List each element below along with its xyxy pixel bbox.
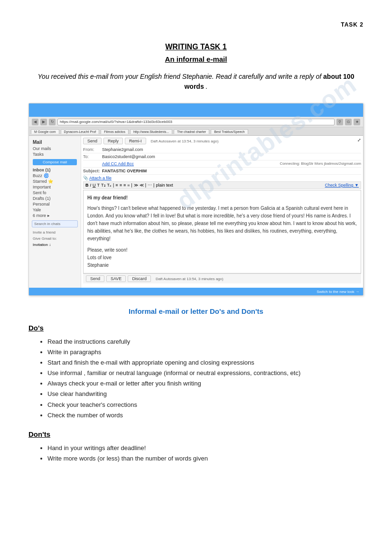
attach-link[interactable]: Attach a file <box>89 176 112 180</box>
format-underline[interactable]: U <box>93 183 96 188</box>
format-italic[interactable]: I <box>90 183 92 188</box>
google-btn: G <box>345 119 352 125</box>
list-item: Write in paragraphs <box>47 347 364 357</box>
dos-donts-section: Informal e-mail or letter Do's and Don't… <box>28 307 364 464</box>
sidebar-starred[interactable]: Starred ⭐ <box>29 179 81 184</box>
sidebar-search[interactable]: Search in chats <box>32 220 78 227</box>
to-value[interactable]: Basico2student@gmail.com <box>102 154 361 159</box>
status-text[interactable]: Switch to the new look → <box>317 290 359 294</box>
check-spelling-link[interactable]: Check Spelling ▼ <box>325 183 359 188</box>
indent-more[interactable]: ≫ <box>134 183 138 188</box>
compose-button[interactable]: Compose mail <box>33 159 77 165</box>
more-options[interactable]: ⋯ <box>148 183 152 188</box>
add-cc-link[interactable]: Add CC Add Bcc <box>102 161 280 166</box>
list-item: Hand in your writings after deadline! <box>47 443 364 453</box>
sidebar-sent[interactable]: Sent fo <box>29 190 81 196</box>
refresh-btn: ↻ <box>49 119 56 125</box>
browser-tabs: M Google com Dynacom-Leucht Prof Filmos … <box>29 127 363 136</box>
tab-5[interactable]: The chadrat charter <box>174 129 209 134</box>
format-bold[interactable]: B <box>85 183 89 188</box>
donts-section: Don'ts Hand in your writings after deadl… <box>28 430 364 464</box>
console-text: Connecting: BlogStr Mors jbalimos/2sigma… <box>280 161 361 166</box>
tab-4[interactable]: http://www.Studedenis... <box>130 129 172 134</box>
page: dlprintables.com TASK 2 WRITING TASK 1 A… <box>0 0 392 555</box>
format-t1[interactable]: T <box>97 183 100 188</box>
format-t2[interactable]: T₂ <box>101 183 106 188</box>
instruction-text: You received this e-mail from your Engli… <box>38 73 322 80</box>
cc-row: Add CC Add Bcc Connecting: BlogStr Mors … <box>83 160 361 168</box>
sidebar-inbox[interactable]: Inbox (1) <box>29 167 81 173</box>
divider-4: | <box>153 183 154 188</box>
sidebar-give: Give Gmail to: <box>29 235 81 242</box>
plain-text-toggle[interactable]: plain text <box>156 183 173 188</box>
back-btn: ◀ <box>32 119 38 125</box>
to-label: To: <box>83 154 102 159</box>
gmail-action-bar: Send Reply Remi-I Daft Autosaven at 13:5… <box>83 138 361 144</box>
sidebar-our-mails[interactable]: Our mails <box>29 146 81 151</box>
sidebar-tasks[interactable]: Tasks <box>29 151 81 157</box>
sidebar-invite: Invite a friend <box>29 229 81 235</box>
email-signature: Stephanie <box>87 262 357 269</box>
sidebar-more[interactable]: 6 more ▸ <box>29 213 81 218</box>
footer-autosave: Daft Autosaven at 13:54, 3 minutes ago) <box>156 277 224 281</box>
dos-donts-title: Informal e-mail or letter Do's and Don't… <box>28 307 364 315</box>
attach-row: 📎 Attach a file <box>83 175 361 181</box>
sidebar-important[interactable]: Important <box>29 184 81 190</box>
sidebar-invite-btn[interactable]: Invitation ↓ <box>29 242 81 248</box>
email-content[interactable]: Hi my dear friend! How's things? I can't… <box>83 190 361 273</box>
from-row: From: Stephanie2gmail.com <box>83 146 361 153</box>
align-center[interactable]: ≡ <box>120 183 122 188</box>
align-left[interactable]: ≡ <box>115 183 118 188</box>
donts-header: Don'ts <box>28 430 364 438</box>
align-right[interactable]: ≡ <box>123 183 126 188</box>
list-item: Use clear handwriting <box>47 389 364 399</box>
remi-button[interactable]: Remi-I <box>125 138 146 144</box>
email-closing1: Please, write soon! <box>87 246 357 254</box>
from-value: Stephanie2gmail.com <box>102 147 361 152</box>
writing-title: WRITING TASK 1 <box>28 43 364 51</box>
format-t3[interactable]: Tₐ <box>107 183 112 188</box>
list-item: Always check your e-mail or letter after… <box>47 378 364 389</box>
email-closing2: Lots of love <box>87 254 357 262</box>
send-button-top[interactable]: Send <box>83 138 102 144</box>
sidebar-title: Mail <box>29 139 81 146</box>
list-item: Read the instructions carefully <box>47 337 364 347</box>
instruction-end: . <box>206 83 208 90</box>
indent-less[interactable]: ≪ <box>140 183 144 188</box>
browser-bar: ◀ ▶ ↻ https://mail.google.com/mail/u/0/?… <box>29 117 363 127</box>
sidebar-yale[interactable]: Yale <box>29 207 81 213</box>
subject-label: Subject: <box>83 169 102 173</box>
gmail-main: Send Reply Remi-I Daft Autosaven at 13:5… <box>81 136 363 288</box>
reply-button[interactable]: Reply <box>103 138 123 144</box>
gmail-body: Mail Our mails Tasks Compose mail Inbox … <box>29 136 363 288</box>
url-bar[interactable]: https://mail.google.com/mail/u/0/?shva=1… <box>57 119 335 125</box>
divider-1: | <box>113 183 114 188</box>
task-label: TASK 2 <box>341 21 364 28</box>
send-button-bottom[interactable]: Send <box>86 275 104 282</box>
list-item: Check your teacher's corrections <box>47 400 364 410</box>
autosave-status: Daft Autosaven at 13:54, 3 minutes ago) <box>151 139 219 143</box>
align-justify[interactable]: = <box>127 183 130 188</box>
subject-value[interactable]: FANTASTIC OVERHIM <box>102 169 361 173</box>
tab-2[interactable]: Dynacom-Leucht Prof <box>61 129 100 134</box>
paperclip-icon: 📎 <box>83 176 88 180</box>
discard-button[interactable]: Discard <box>128 275 151 282</box>
tab-6[interactable]: Best Traktus/Speech <box>211 129 248 134</box>
sidebar-drafts[interactable]: Drafts (1) <box>29 196 81 201</box>
save-button[interactable]: SAVE <box>106 275 126 282</box>
subtitle: An informal e-mail <box>28 55 364 63</box>
list-item: Start and finish the e-mail with appropr… <box>47 357 364 368</box>
tab-gmail[interactable]: M Google com <box>31 129 59 134</box>
email-toolbar: B I U T T₂ Tₐ | ≡ ≡ ≡ = | ≫ ≪ | ⋯ | <box>83 181 361 189</box>
gmail-footer-bar: Send SAVE Discard Daft Autosaven at 13:5… <box>83 273 361 283</box>
sidebar-buzz[interactable]: Buzz 🌀 <box>29 173 81 179</box>
sidebar-personal[interactable]: Personal <box>29 201 81 207</box>
email-greeting: Hi my dear friend! <box>87 194 357 202</box>
donts-list: Hand in your writings after deadline! Wr… <box>28 443 364 464</box>
list-item: Check the number of words <box>47 410 364 421</box>
tab-3[interactable]: Filmos adictos <box>101 129 129 134</box>
to-row: To: Basico2student@gmail.com <box>83 153 361 160</box>
expand-icon: ⤢ <box>357 138 361 144</box>
list-item: Write more words (or less) than the numb… <box>47 453 364 464</box>
star-btn: ★ <box>354 119 360 125</box>
